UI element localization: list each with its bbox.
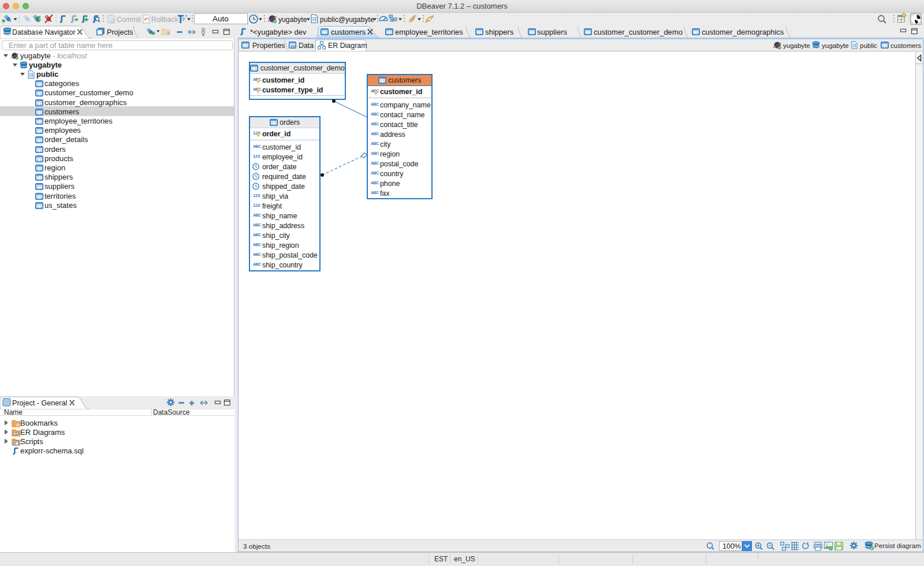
svg-text:ER Diagram: ER Diagram (328, 42, 367, 50)
svg-text:yugabyte: yugabyte (822, 42, 849, 49)
svg-text:customer_customer_demo: customer_customer_demo (594, 28, 683, 36)
svg-text:3 objects: 3 objects (243, 542, 270, 550)
svg-text:100%: 100% (722, 542, 741, 550)
svg-text:yugabyte: yugabyte (783, 42, 810, 49)
svg-text:public: public (860, 42, 877, 49)
svg-text:*<yugabyte> dev: *<yugabyte> dev (250, 28, 307, 36)
svg-text:customers: customers (331, 28, 366, 36)
svg-text:Data: Data (299, 42, 314, 50)
svg-text:shippers: shippers (485, 28, 514, 36)
svg-text:customers: customers (891, 42, 921, 49)
svg-text:Database Navigator: Database Navigator (12, 28, 76, 36)
svg-text:Properties: Properties (252, 42, 285, 50)
svg-text:Persist diagram: Persist diagram (874, 542, 921, 549)
svg-text:suppliers: suppliers (537, 28, 568, 36)
svg-text:employee_territories: employee_territories (395, 28, 463, 36)
svg-text:customer_demographics: customer_demographics (702, 28, 784, 36)
svg-text:Project - General: Project - General (12, 399, 67, 407)
svg-text:Projects: Projects (107, 28, 133, 36)
svg-text:Auto: Auto (213, 14, 229, 23)
